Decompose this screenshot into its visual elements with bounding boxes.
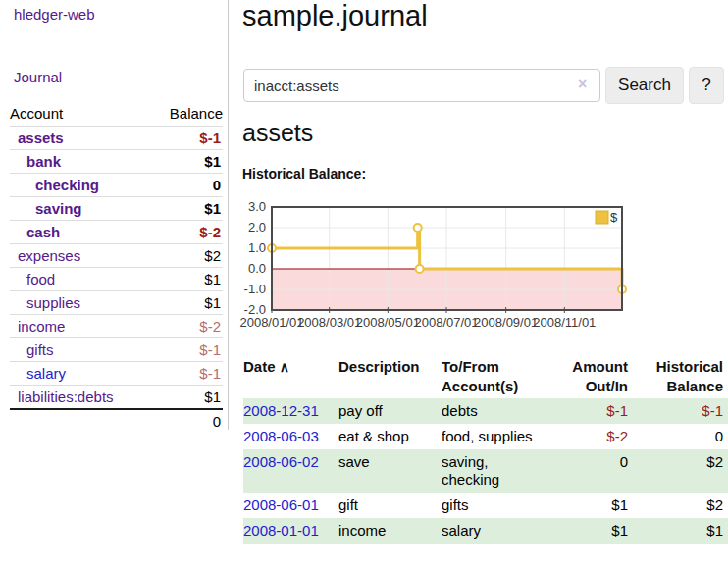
account-row: income$-2 [10,315,223,338]
account-row: food$1 [10,268,223,291]
account-balance: $-1 [150,127,223,150]
account-page-title: assets [242,119,313,147]
y-axis-tick-label: 2.0 [248,220,266,234]
account-balance: $-2 [150,315,223,338]
data-point-marker [414,224,422,232]
x-axis-tick-label: 2008/05/01 [356,315,420,330]
account-link[interactable]: salary [26,365,66,382]
transaction-row: 2008-06-03eat & shopfood, supplies$-20 [243,424,728,449]
account-link[interactable]: food [26,271,55,287]
transaction-description: pay off [338,398,442,424]
accounts-total-balance: 0 [150,409,223,433]
column-header-accounts: To/From Account(s) [442,355,559,398]
transaction-accounts: salary [442,518,559,544]
transaction-amount: $-2 [559,424,628,449]
search-button[interactable]: Search [605,67,684,104]
account-balance: $-2 [150,221,223,244]
transaction-date-link[interactable]: 2008-06-02 [243,453,319,470]
account-link[interactable]: income [18,318,65,335]
register-table: Date ∧ Description To/From Account(s) Am… [243,355,728,544]
transaction-date-link[interactable]: 2008-06-01 [243,496,319,513]
register-table-body: 2008-12-31pay offdebts$-1$-12008-06-03ea… [243,398,728,544]
account-row: expenses$2 [10,244,223,268]
transaction-date-link[interactable]: 2008-12-31 [243,402,319,419]
historical-balance-chart[interactable]: $3.02.01.00.0-1.0-2.02008/01/012008/03/0… [235,199,648,335]
account-link[interactable]: gifts [26,341,54,358]
date-header-label: Date [243,358,276,375]
transaction-row: 2008-12-31pay offdebts$-1$-1 [243,398,728,424]
y-axis-tick-label: -1.0 [244,282,266,296]
amount-header-line1: Amount [572,358,628,375]
transaction-accounts: saving, checking [442,449,559,493]
account-link[interactable]: expenses [18,247,80,264]
accounts-column-header: Account [10,101,150,127]
accounts-balance-table: Account Balance assets$-1bank$1checking0… [10,101,223,433]
account-balance: $1 [150,197,223,221]
transaction-accounts: food, supplies [442,424,559,449]
y-axis-tick-label: 0.0 [248,261,266,276]
page-title: sample.journal [242,0,428,32]
column-header-description: Description [338,355,442,398]
column-header-date[interactable]: Date ∧ [243,355,338,398]
column-header-balance: Historical Balance [628,355,728,398]
chart-heading: Historical Balance: [242,166,366,182]
sort-ascending-icon: ∧ [280,359,289,375]
x-axis-tick-label: 2008/07/01 [414,315,478,330]
balance-column-header: Balance [150,101,223,127]
search-input[interactable] [243,69,600,102]
data-point-marker [416,265,424,273]
transaction-date-link[interactable]: 2008-01-01 [243,522,319,539]
x-axis-tick-label: 2008/01/01 [239,315,303,330]
account-balance: $2 [150,244,223,268]
transaction-description: save [338,449,442,493]
x-axis-tick-label: 2008/09/01 [474,315,538,330]
transaction-accounts: gifts [442,493,559,518]
account-link[interactable]: checking [35,177,99,193]
amount-header-line2: Out/In [586,378,628,394]
transaction-balance: $2 [628,493,728,518]
account-row: saving$1 [10,197,223,221]
account-link[interactable]: liabilities:debts [18,389,114,405]
account-row: checking0 [10,174,223,197]
sidebar-divider [228,0,229,430]
transaction-description: eat & shop [338,424,442,449]
transaction-amount: 0 [559,449,628,493]
accounts-total-row: 0 [10,409,223,433]
account-link[interactable]: assets [18,130,64,146]
transaction-balance: $-1 [628,398,728,424]
transaction-description: income [338,518,442,544]
transaction-amount: $-1 [559,398,628,424]
account-balance: $1 [150,150,223,174]
accounts-table-body: assets$-1bank$1checking0saving$1cash$-2e… [10,127,223,410]
transaction-date-link[interactable]: 2008-06-03 [243,428,319,444]
account-link[interactable]: bank [26,153,61,170]
x-axis-tick-label: 2008/03/01 [297,315,361,330]
y-axis-tick-label: 3.0 [248,199,266,214]
account-link[interactable]: cash [26,224,60,240]
x-axis-tick-label: 2008/11/01 [533,315,596,330]
accounts-header-line2: Account(s) [442,378,518,394]
account-balance: 0 [150,174,223,197]
account-link[interactable]: saving [35,200,82,217]
help-button[interactable]: ? [689,67,724,104]
transaction-amount: $1 [559,493,628,518]
transaction-row: 2008-06-02savesaving, checking0$2 [243,449,728,493]
transaction-balance: $2 [628,449,728,493]
account-balance: $-1 [150,338,223,362]
account-balance: $1 [150,386,223,410]
app-brand-link[interactable]: hledger-web [14,6,95,23]
clear-search-icon[interactable]: × [578,77,587,92]
sidebar-item-journal[interactable]: Journal [14,69,62,85]
account-row: cash$-2 [10,221,223,244]
accounts-header-line1: To/From [442,358,499,375]
account-balance: $-1 [150,362,223,386]
account-balance: $1 [150,268,223,291]
legend-swatch [596,211,608,224]
account-row: gifts$-1 [10,338,223,362]
transaction-accounts: debts [442,398,559,424]
y-axis-tick-label: 1.0 [248,240,266,255]
account-row: bank$1 [10,150,223,174]
legend-label: $ [610,210,618,225]
account-link[interactable]: supplies [26,294,80,311]
balance-header-line1: Historical [656,358,723,375]
